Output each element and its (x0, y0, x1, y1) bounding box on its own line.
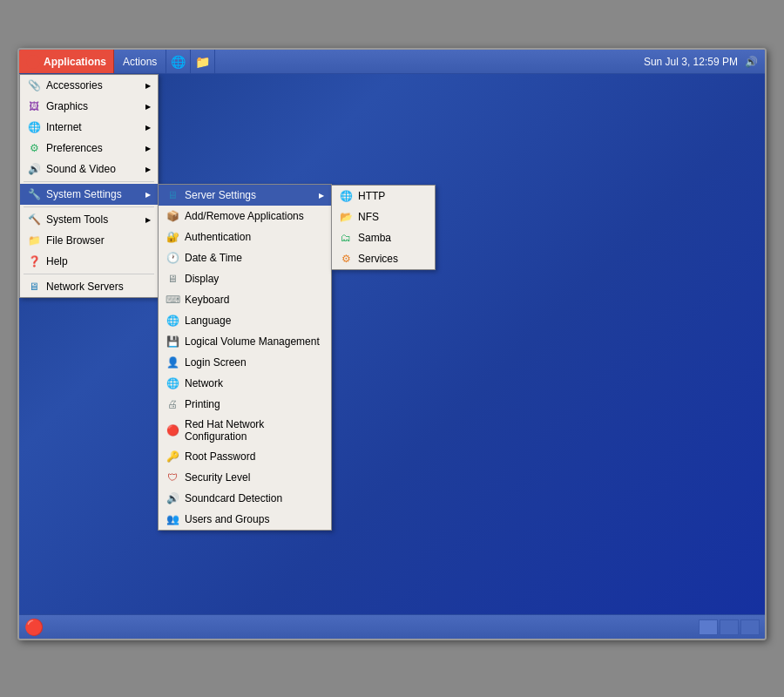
taskbar-globe-icon: 🌐 (171, 55, 186, 69)
submenu-printing[interactable]: 🖨 Printing (159, 394, 331, 415)
redhat-icon: 🔴 (166, 423, 179, 437)
preferences-arrow: ▶ (145, 145, 151, 152)
submenu-language[interactable]: 🌐 Language (159, 310, 331, 331)
menu-item-accessories[interactable]: 📎 Accessories ▶ (20, 75, 158, 96)
actions-label: Actions (123, 56, 157, 68)
pager-button-3[interactable] (740, 619, 760, 635)
bottom-fedora-icon[interactable]: 🔴 (24, 619, 44, 636)
accessories-icon: 📎 (27, 78, 41, 92)
submenu-lvm[interactable]: 💾 Logical Volume Management (159, 331, 331, 352)
menu-item-file-browser[interactable]: 📁 File Browser (20, 230, 158, 251)
submenu-server-settings[interactable]: 🖥 Server Settings ▶ 🌐 HTTP 📂 (159, 185, 331, 206)
desktop: Applications Actions 🌐 📁 Sun Jul 3, 12:5… (19, 50, 765, 639)
submenu-root-password[interactable]: 🔑 Root Password (159, 446, 331, 467)
taskbar: Applications Actions 🌐 📁 Sun Jul 3, 12:5… (19, 50, 765, 74)
help-icon: ❓ (27, 254, 41, 268)
internet-icon: 🌐 (27, 120, 41, 134)
separator-2 (24, 206, 154, 207)
sound-arrow: ▶ (145, 166, 151, 173)
submenu-users-groups[interactable]: 👥 Users and Groups (159, 509, 331, 530)
fedora-icon (26, 55, 40, 69)
soundcard-label: Soundcard Detection (185, 492, 324, 504)
taskbar-icon-1[interactable]: 🌐 (166, 50, 191, 73)
taskbar-left: Applications Actions 🌐 📁 (19, 50, 215, 73)
menu-item-system-settings[interactable]: 🔧 System Settings ▶ 🖥 Server Settings ▶ (20, 184, 158, 205)
bottom-right (699, 619, 765, 635)
submenu-redhat-network[interactable]: 🔴 Red Hat Network Configuration (159, 415, 331, 446)
samba-icon: 🗂 (339, 231, 353, 245)
server-settings-submenu: 🌐 HTTP 📂 NFS 🗂 Samba (331, 185, 436, 270)
menu-item-help[interactable]: ❓ Help (20, 251, 158, 272)
submenu-security-level[interactable]: 🛡 Security Level (159, 467, 331, 488)
submenu-authentication[interactable]: 🔐 Authentication (159, 227, 331, 247)
separator-3 (24, 274, 154, 274)
submenu-keyboard[interactable]: ⌨ Keyboard (159, 289, 331, 310)
graphics-label: Graphics (46, 100, 140, 112)
taskbar-icon-2[interactable]: 📁 (191, 50, 215, 73)
applications-menu-button[interactable]: Applications (19, 50, 114, 73)
help-label: Help (46, 255, 151, 267)
samba-label: Samba (358, 232, 428, 244)
submenu-services[interactable]: ⚙ Services (332, 248, 435, 269)
submenu-nfs[interactable]: 📂 NFS (332, 206, 435, 227)
applications-label: Applications (44, 56, 106, 68)
sound-icon: 🔊 (27, 162, 41, 176)
nfs-label: NFS (358, 211, 428, 223)
system-settings-icon: 🔧 (27, 187, 41, 201)
menu-item-sound-video[interactable]: 🔊 Sound & Video ▶ (20, 159, 158, 179)
soundcard-icon: 🔊 (166, 491, 179, 505)
services-icon: ⚙ (339, 252, 353, 266)
system-tools-label: System Tools (46, 213, 140, 226)
redhat-network-label: Red Hat Network Configuration (185, 418, 324, 443)
menu-item-graphics[interactable]: 🖼 Graphics ▶ (20, 96, 158, 117)
submenu-display[interactable]: 🖥 Display (159, 268, 331, 289)
submenu-add-remove[interactable]: 📦 Add/Remove Applications (159, 206, 331, 227)
actions-menu-button[interactable]: Actions (114, 50, 166, 73)
add-remove-icon: 📦 (166, 209, 179, 223)
separator-1 (24, 181, 154, 182)
submenu-network[interactable]: 🌐 Network (159, 373, 331, 394)
network-icon: 🌐 (166, 376, 179, 390)
menu-item-system-tools[interactable]: 🔨 System Tools ▶ (20, 209, 158, 230)
printing-label: Printing (185, 398, 324, 410)
root-password-icon: 🔑 (166, 450, 179, 464)
submenu-soundcard[interactable]: 🔊 Soundcard Detection (159, 488, 331, 509)
volume-icon[interactable]: 🔊 (745, 56, 758, 68)
server-settings-label: Server Settings (185, 189, 314, 201)
taskbar-folder-icon: 📁 (195, 55, 210, 69)
users-groups-label: Users and Groups (185, 513, 324, 525)
server-settings-arrow: ▶ (319, 192, 324, 200)
menu-container: 📎 Accessories ▶ 🖼 Graphics ▶ 🌐 Internet … (19, 74, 159, 298)
bottom-left: 🔴 (19, 618, 49, 637)
submenu-http[interactable]: 🌐 HTTP (332, 186, 435, 206)
security-level-label: Security Level (185, 471, 324, 484)
submenu-login-screen[interactable]: 👤 Login Screen (159, 352, 331, 373)
file-browser-label: File Browser (46, 234, 151, 247)
preferences-label: Preferences (46, 142, 140, 154)
authentication-label: Authentication (185, 231, 324, 243)
menu-item-internet[interactable]: 🌐 Internet ▶ (20, 117, 158, 138)
submenu-date-time[interactable]: 🕐 Date & Time (159, 247, 331, 268)
menu-item-network-servers[interactable]: 🖥 Network Servers (20, 276, 158, 297)
graphics-icon: 🖼 (27, 99, 41, 113)
internet-label: Internet (46, 121, 140, 133)
system-tools-icon: 🔨 (27, 213, 41, 227)
login-screen-icon: 👤 (166, 355, 179, 369)
network-servers-icon: 🖥 (27, 280, 41, 294)
login-screen-label: Login Screen (185, 356, 324, 369)
network-label: Network (185, 377, 324, 389)
lvm-icon: 💾 (166, 335, 179, 348)
language-label: Language (185, 315, 324, 327)
pager-button-1[interactable] (699, 619, 718, 635)
accessories-label: Accessories (46, 79, 140, 91)
system-settings-arrow: ▶ (145, 191, 151, 199)
authentication-icon: 🔐 (166, 230, 179, 244)
graphics-arrow: ▶ (145, 103, 151, 111)
pager-button-2[interactable] (720, 619, 739, 635)
preferences-icon: ⚙ (27, 141, 41, 155)
root-password-label: Root Password (185, 450, 324, 463)
menu-item-preferences[interactable]: ⚙ Preferences ▶ (20, 138, 158, 159)
submenu-samba[interactable]: 🗂 Samba (332, 227, 435, 248)
http-icon: 🌐 (339, 189, 353, 203)
internet-arrow: ▶ (145, 124, 151, 132)
